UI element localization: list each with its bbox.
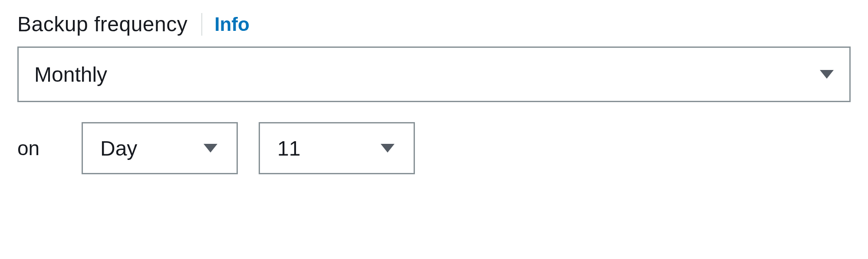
backup-frequency-label: Backup frequency — [17, 12, 187, 36]
day-value-select-value: 11 — [277, 136, 300, 160]
day-type-select[interactable]: Day — [82, 122, 238, 174]
day-value-select[interactable]: 11 — [259, 122, 415, 174]
info-link[interactable]: Info — [214, 13, 250, 35]
on-label: on — [17, 136, 61, 160]
day-type-select-value: Day — [100, 136, 137, 160]
vertical-divider — [201, 13, 202, 36]
chevron-down-icon — [381, 144, 395, 153]
chevron-down-icon — [820, 70, 834, 79]
frequency-select[interactable]: Monthly — [17, 46, 851, 102]
chevron-down-icon — [204, 144, 217, 153]
frequency-select-value: Monthly — [34, 63, 107, 86]
